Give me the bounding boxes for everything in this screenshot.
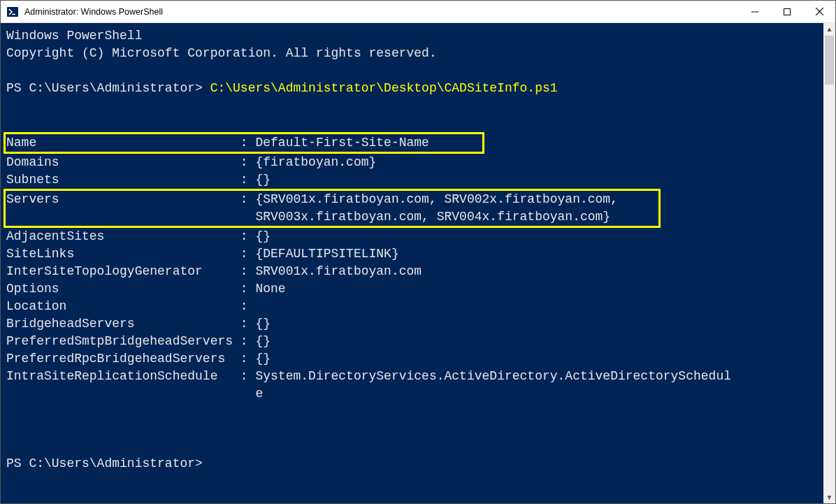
powershell-icon — [6, 6, 19, 18]
svg-rect-3 — [784, 8, 791, 15]
row-label-prefsmtp: PreferredSmtpBridgeheadServers : — [6, 334, 255, 348]
terminal-area: Windows PowerShell Copyright (C) Microso… — [1, 23, 835, 503]
row-value-subnets: {} — [255, 173, 271, 187]
row-label-sitelinks: SiteLinks : — [6, 247, 255, 261]
row-value-sitelinks: {DEFAULTIPSITELINK} — [255, 247, 398, 261]
scroll-up-icon[interactable]: ▲ — [823, 23, 835, 35]
row-value-domains: {firatboyan.com} — [255, 155, 376, 169]
scroll-down-icon[interactable]: ▼ — [823, 491, 835, 503]
row-value-prefrpc: {} — [255, 352, 271, 366]
row-value-servers2: SRV003x.firatboyan.com, SRV004x.firatboy… — [255, 210, 610, 224]
scrollbar[interactable]: ▲ ▼ — [823, 23, 835, 503]
row-label-options: Options : — [6, 282, 255, 296]
row-label-domains: Domains : — [6, 155, 255, 169]
row-value-sched2: e — [255, 387, 263, 401]
row-value-istg: SRV001x.firatboyan.com — [255, 264, 421, 278]
row-value-sched1: System.DirectoryServices.ActiveDirectory… — [255, 369, 731, 383]
row-label-subnets: Subnets : — [6, 173, 255, 187]
highlight-name: Name : Default-First-Site-Name — [3, 132, 484, 154]
powershell-window: Administrator: Windows PowerShell Window… — [0, 0, 836, 504]
row-pad-sched2 — [6, 387, 255, 401]
row-pad-servers2 — [6, 210, 255, 224]
ps-header-line2: Copyright (C) Microsoft Corporation. All… — [6, 46, 437, 60]
titlebar[interactable]: Administrator: Windows PowerShell — [1, 1, 835, 23]
row-label-location: Location : — [6, 299, 255, 313]
row-value-name: Default-First-Site-Name — [255, 136, 428, 150]
row-label-istg: InterSiteTopologyGenerator : — [6, 264, 255, 278]
row-value-prefsmtp: {} — [255, 334, 271, 348]
maximize-button[interactable] — [771, 1, 803, 22]
row-value-adjacent: {} — [255, 229, 271, 243]
prompt: PS C:\Users\Administrator> — [6, 81, 210, 95]
highlight-servers: Servers : {SRV001x.firatboyan.com, SRV00… — [3, 189, 661, 228]
row-label-sched: IntraSiteReplicationSchedule : — [6, 369, 255, 383]
row-label-servers: Servers : — [6, 192, 255, 206]
row-label-adjacent: AdjacentSites : — [6, 229, 255, 243]
row-label-bridgehead: BridgeheadServers : — [6, 317, 255, 331]
scrollbar-thumb[interactable] — [825, 36, 834, 85]
prompt-2: PS C:\Users\Administrator> — [6, 456, 203, 470]
row-value-options: None — [255, 282, 285, 296]
command-text: C:\Users\Administrator\Desktop\CADSiteIn… — [210, 81, 558, 95]
terminal[interactable]: Windows PowerShell Copyright (C) Microso… — [1, 23, 823, 503]
minimize-button[interactable] — [739, 1, 771, 22]
row-value-bridgehead: {} — [255, 317, 271, 331]
row-value-servers1: {SRV001x.firatboyan.com, SRV002x.firatbo… — [255, 192, 617, 206]
close-button[interactable] — [803, 1, 835, 22]
window-controls — [739, 1, 835, 22]
ps-header-line1: Windows PowerShell — [6, 29, 142, 43]
window-title: Administrator: Windows PowerShell — [24, 7, 163, 17]
row-label-name: Name : — [6, 136, 255, 150]
row-label-prefrpc: PreferredRpcBridgeheadServers : — [6, 352, 255, 366]
